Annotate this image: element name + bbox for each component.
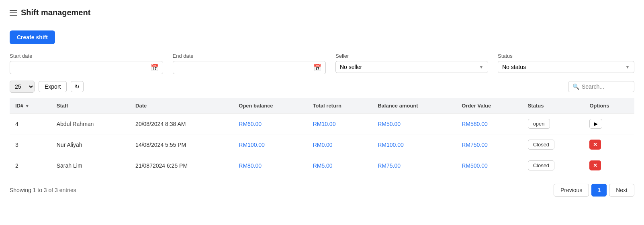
cell-total-return: RM0.00 <box>307 134 372 155</box>
showing-text: Showing 1 to 3 of 3 entries <box>10 187 76 193</box>
cell-balance-amount: RM50.00 <box>372 114 456 134</box>
cell-id: 3 <box>10 134 51 155</box>
page-container: Shift management Create shift Start date… <box>0 0 644 206</box>
status-select-wrap[interactable]: No status ▼ <box>498 61 634 73</box>
cell-date: 20/08/2024 8:38 AM <box>130 114 233 134</box>
seller-select-wrap[interactable]: No seller ▼ <box>335 61 488 73</box>
end-date-group: End date 📅 <box>173 53 326 74</box>
page-title: Shift management <box>21 8 90 17</box>
footer: Showing 1 to 3 of 3 entries Previous 1 N… <box>10 176 634 198</box>
delete-button[interactable]: ✕ <box>589 160 601 170</box>
col-options: Options <box>584 98 634 114</box>
end-date-input-wrap[interactable]: 📅 <box>173 61 326 74</box>
status-label: Status <box>498 53 634 59</box>
status-badge: Closed <box>528 140 554 150</box>
search-wrap[interactable]: 🔍 <box>568 81 634 92</box>
search-icon: 🔍 <box>572 83 579 90</box>
toolbar: 251050100 Export ↻ 🔍 <box>10 81 634 93</box>
cell-order-value: RM580.00 <box>456 114 522 134</box>
status-chevron-icon: ▼ <box>625 64 630 70</box>
col-date: Date <box>130 98 233 114</box>
cell-date: 21/0872024 6:25 PM <box>130 155 233 176</box>
seller-label: Seller <box>335 53 488 59</box>
cell-status: Closed <box>522 134 584 155</box>
status-group: Status No status ▼ <box>498 53 634 74</box>
col-order-value: Order Value <box>456 98 522 114</box>
cell-open-balance: RM100.00 <box>233 134 307 155</box>
table-header-row: ID# ▼ Staff Date Open balance Total retu… <box>10 98 634 114</box>
status-badge: open <box>528 119 550 129</box>
cell-total-return: RM5.00 <box>307 155 372 176</box>
table-row: 3 Nur Aliyah 14/08/2024 5:55 PM RM100.00… <box>10 134 634 155</box>
refresh-button[interactable]: ↻ <box>71 81 84 92</box>
end-date-calendar-icon[interactable]: 📅 <box>313 64 321 71</box>
table-row: 4 Abdul Rahman 20/08/2024 8:38 AM RM60.0… <box>10 114 634 134</box>
delete-button[interactable]: ✕ <box>589 140 601 150</box>
cell-open-balance: RM80.00 <box>233 155 307 176</box>
col-id: ID# ▼ <box>10 98 51 114</box>
cell-open-balance: RM60.00 <box>233 114 307 134</box>
cell-options: ✕ <box>584 155 634 176</box>
cell-staff: Sarah Lim <box>51 155 130 176</box>
start-date-input[interactable] <box>14 65 148 71</box>
seller-select[interactable]: No seller <box>340 64 479 70</box>
cell-date: 14/08/2024 5:55 PM <box>130 134 233 155</box>
search-input[interactable] <box>582 83 630 90</box>
cell-id: 2 <box>10 155 51 176</box>
cell-order-value: RM500.00 <box>456 155 522 176</box>
start-date-calendar-icon[interactable]: 📅 <box>151 64 159 71</box>
start-date-label: Start date <box>10 53 163 59</box>
end-date-input[interactable] <box>177 65 311 71</box>
filters-row: Start date 📅 End date 📅 Seller No seller… <box>10 53 634 74</box>
cell-total-return: RM10.00 <box>307 114 372 134</box>
cell-id: 4 <box>10 114 51 134</box>
menu-icon[interactable] <box>10 10 17 16</box>
play-button[interactable]: ▶ <box>589 119 602 129</box>
cell-staff: Abdul Rahman <box>51 114 130 134</box>
page-header: Shift management <box>10 8 634 23</box>
data-table: ID# ▼ Staff Date Open balance Total retu… <box>10 98 634 176</box>
export-button[interactable]: Export <box>39 81 67 92</box>
col-status: Status <box>522 98 584 114</box>
seller-chevron-icon: ▼ <box>479 64 484 70</box>
cell-options: ▶ <box>584 114 634 134</box>
cell-order-value: RM750.00 <box>456 134 522 155</box>
col-open-balance: Open balance <box>233 98 307 114</box>
cell-staff: Nur Aliyah <box>51 134 130 155</box>
status-select[interactable]: No status <box>502 64 625 70</box>
seller-group: Seller No seller ▼ <box>335 53 488 74</box>
create-shift-button[interactable]: Create shift <box>10 30 55 44</box>
cell-options: ✕ <box>584 134 634 155</box>
cell-status: Closed <box>522 155 584 176</box>
previous-button[interactable]: Previous <box>554 184 589 197</box>
col-balance-amount: Balance amount <box>372 98 456 114</box>
per-page-select[interactable]: 251050100 <box>10 81 35 93</box>
col-staff: Staff <box>51 98 130 114</box>
cell-status: open <box>522 114 584 134</box>
table-row: 2 Sarah Lim 21/0872024 6:25 PM RM80.00 R… <box>10 155 634 176</box>
pagination: Previous 1 Next <box>554 184 634 197</box>
next-button[interactable]: Next <box>609 184 634 197</box>
sort-icon[interactable]: ▼ <box>25 103 29 108</box>
start-date-input-wrap[interactable]: 📅 <box>10 61 163 74</box>
col-total-return: Total return <box>307 98 372 114</box>
cell-balance-amount: RM75.00 <box>372 155 456 176</box>
start-date-group: Start date 📅 <box>10 53 163 74</box>
current-page[interactable]: 1 <box>591 184 607 197</box>
status-badge: Closed <box>528 160 554 170</box>
cell-balance-amount: RM100.00 <box>372 134 456 155</box>
end-date-label: End date <box>173 53 326 59</box>
